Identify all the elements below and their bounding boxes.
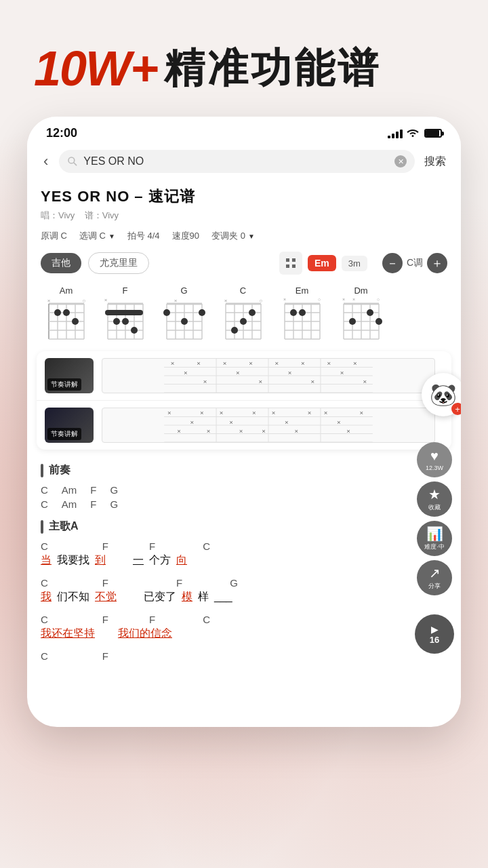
svg-point-18 <box>72 318 79 325</box>
svg-rect-5 <box>292 264 296 268</box>
svg-text:×: × <box>203 378 207 385</box>
instrument-guitar[interactable]: 吉他 <box>41 253 81 273</box>
song-title-area: YES OR NO – 速记谱 唱：Vivy 谱：Vivy <box>27 178 461 224</box>
tutorial-item-1[interactable]: 节奏讲解 × <box>37 351 451 401</box>
lyric-word: 样 <box>198 590 209 604</box>
svg-text:×: × <box>249 359 253 367</box>
svg-text:×: × <box>352 298 355 302</box>
svg-text:×: × <box>239 427 243 435</box>
svg-point-34 <box>131 327 138 334</box>
chord-em-badge[interactable]: Em <box>308 255 336 271</box>
svg-text:×: × <box>104 298 107 303</box>
chord-f[interactable]: F × <box>100 285 150 344</box>
play-icon: ▶ <box>431 624 439 635</box>
svg-text:×: × <box>47 298 50 304</box>
panda-avatar[interactable]: 🐼 + <box>422 373 461 416</box>
tuning-minus[interactable]: － <box>382 253 403 273</box>
svg-text:×: × <box>200 409 204 416</box>
svg-text:×: × <box>223 359 227 367</box>
svg-point-61 <box>240 318 247 325</box>
svg-text:×: × <box>184 369 188 376</box>
back-button[interactable]: ‹ <box>38 150 54 173</box>
tutorial-thumb-1: 节奏讲解 <box>45 358 94 393</box>
svg-point-62 <box>231 327 238 334</box>
share-icon: ↗ <box>429 565 441 581</box>
tutorial-label-2: 节奏讲解 <box>47 428 81 440</box>
lyric-word: 我还在坚持 <box>41 627 95 641</box>
chord-g[interactable]: G × <box>159 285 209 344</box>
svg-line-1 <box>74 163 77 165</box>
search-submit-button[interactable]: 搜索 <box>420 152 450 172</box>
svg-text:○: ○ <box>259 298 262 304</box>
verse-line-2: C F F G 我 们不知 不觉 已变了 模 样 ___ <box>41 577 447 604</box>
svg-point-89 <box>349 318 356 325</box>
svg-text:×: × <box>236 369 240 376</box>
section-verse-a-label: 主歌A <box>49 519 79 534</box>
tuning-plus[interactable]: ＋ <box>427 253 447 273</box>
svg-text:×: × <box>259 378 263 385</box>
tutorial-item-2[interactable]: 节奏讲解 × × × × <box>37 401 451 450</box>
svg-text:○: ○ <box>82 298 85 304</box>
status-time: 12:00 <box>46 126 77 140</box>
search-icon <box>67 156 78 167</box>
difficulty-button[interactable]: 📊 难度·中 <box>417 521 452 556</box>
svg-point-60 <box>249 309 256 316</box>
search-clear-button[interactable]: ✕ <box>394 155 407 167</box>
chart-icon: 📊 <box>426 526 443 542</box>
svg-rect-4 <box>286 264 289 268</box>
lyric-word: 我们的信念 <box>118 627 172 641</box>
status-icons <box>388 127 442 139</box>
chord-am[interactable]: Am × ○ <box>41 285 92 344</box>
right-sidebar: ♥ 12.3W ★ 收藏 📊 难度·中 ↗ 分享 ▶ 16 <box>415 442 454 654</box>
selected-key[interactable]: 选调 C ▼ <box>79 230 115 242</box>
svg-text:×: × <box>285 418 289 426</box>
section-prelude: 前奏 <box>41 463 447 477</box>
svg-text:×: × <box>171 359 175 367</box>
phone-mockup: 12:00 ‹ YES OR NO ✕ 搜索 <box>27 117 461 727</box>
lyric-word: 们不知 <box>57 590 89 604</box>
instrument-row: 吉他 尤克里里 Em 3m － C调 ＋ <box>27 248 461 279</box>
capo[interactable]: 变调夹 0 ▼ <box>211 230 255 242</box>
lyric-word: 当 <box>41 553 52 568</box>
tutorial-pattern-2: × × × × × × × × × × × × × × × <box>102 408 435 443</box>
svg-point-46 <box>163 309 170 316</box>
signal-icon <box>388 129 403 138</box>
svg-text:×: × <box>283 298 286 302</box>
song-meta: 唱：Vivy 谱：Vivy <box>41 210 447 222</box>
chord-grid-button[interactable] <box>279 252 302 275</box>
like-button[interactable]: ♥ 12.3W <box>417 442 452 477</box>
share-button[interactable]: ↗ 分享 <box>417 560 452 595</box>
lyric-word: 个方 <box>149 553 171 568</box>
tutorial-label-1: 节奏讲解 <box>47 378 81 391</box>
svg-text:×: × <box>294 427 298 435</box>
chord-em[interactable]: Em × ○ <box>277 285 327 344</box>
svg-point-16 <box>54 309 61 316</box>
section-prelude-label: 前奏 <box>49 463 70 477</box>
search-query[interactable]: YES OR NO <box>83 155 389 167</box>
difficulty-label: 难度·中 <box>424 542 445 551</box>
instrument-ukulele[interactable]: 尤克里里 <box>88 252 149 274</box>
add-follow-badge: + <box>451 403 461 415</box>
app-header: 10W+ 精准功能谱 <box>0 0 488 117</box>
share-label: 分享 <box>428 582 441 591</box>
search-wrapper[interactable]: YES OR NO ✕ <box>59 150 415 173</box>
svg-text:×: × <box>301 359 305 367</box>
chord-dm[interactable]: Dm × × ○ <box>336 285 386 344</box>
lyric-word: ___ <box>214 591 232 603</box>
chord-time-badge: 3m <box>342 256 367 271</box>
svg-point-47 <box>181 318 188 325</box>
svg-point-17 <box>63 309 70 316</box>
tutorial-section: 节奏讲解 × <box>37 351 451 450</box>
verse-line-1: C F F C 当 我要找 到 一 个方 向 <box>41 540 447 568</box>
controls-row: 原调 C 选调 C ▼ 拍号 4/4 速度90 变调夹 0 ▼ <box>27 224 461 248</box>
svg-text:×: × <box>252 409 256 416</box>
chord-c[interactable]: C × ○ <box>218 285 268 344</box>
status-bar: 12:00 <box>27 117 461 144</box>
svg-rect-3 <box>292 258 296 262</box>
lyric-word: 向 <box>176 553 187 568</box>
collect-button[interactable]: ★ 收藏 <box>417 481 452 517</box>
tuning-row: － C调 ＋ <box>382 253 447 273</box>
svg-point-75 <box>290 309 297 316</box>
play-button[interactable]: ▶ 16 <box>415 614 454 654</box>
battery-icon <box>424 129 442 138</box>
